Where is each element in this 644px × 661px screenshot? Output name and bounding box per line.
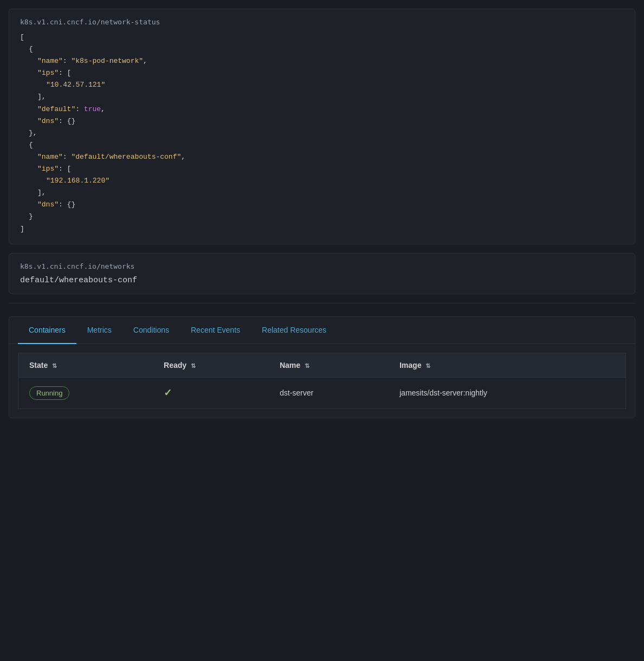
containers-table: State ⇅ Ready ⇅ Name ⇅ Image (18, 353, 626, 409)
tab-related-resources[interactable]: Related Resources (251, 317, 337, 344)
page-container: k8s.v1.cni.cncf.io/network-status [ { "n… (0, 9, 644, 418)
column-state[interactable]: State ⇅ (18, 353, 153, 377)
table-row[interactable]: Running ✓ dst-server jamesits/dst-server… (18, 377, 626, 409)
sort-ready-icon: ⇅ (191, 362, 196, 370)
column-image[interactable]: Image ⇅ (389, 353, 626, 377)
check-icon: ✓ (164, 387, 172, 398)
tab-conditions[interactable]: Conditions (123, 317, 180, 344)
column-name[interactable]: Name ⇅ (269, 353, 389, 377)
network-status-label: k8s.v1.cni.cncf.io/network-status (20, 18, 624, 26)
tab-recent-events[interactable]: Recent Events (180, 317, 251, 344)
sort-state-icon: ⇅ (52, 362, 57, 370)
sort-image-icon: ⇅ (426, 362, 430, 370)
table-container: State ⇅ Ready ⇅ Name ⇅ Image (9, 344, 635, 418)
networks-value: default/whereabouts-conf (20, 276, 624, 285)
network-status-code: [ { "name": "k8s-pod-network", "ips": [ … (20, 31, 624, 235)
cell-ready: ✓ (153, 377, 269, 409)
cell-name: dst-server (269, 377, 389, 409)
tab-containers[interactable]: Containers (18, 317, 76, 344)
networks-panel: k8s.v1.cni.cncf.io/networks default/wher… (9, 253, 635, 294)
cell-image: jamesits/dst-server:nightly (389, 377, 626, 409)
networks-label: k8s.v1.cni.cncf.io/networks (20, 262, 624, 270)
sort-name-icon: ⇅ (305, 362, 310, 370)
section-divider (9, 303, 635, 303)
network-status-panel: k8s.v1.cni.cncf.io/network-status [ { "n… (9, 9, 635, 244)
column-ready[interactable]: Ready ⇅ (153, 353, 269, 377)
tabs-section: Containers Metrics Conditions Recent Eve… (9, 316, 635, 418)
status-badge: Running (29, 386, 69, 400)
tabs-header: Containers Metrics Conditions Recent Eve… (9, 317, 635, 344)
cell-state: Running (18, 377, 153, 409)
table-header-row: State ⇅ Ready ⇅ Name ⇅ Image (18, 353, 626, 377)
tab-metrics[interactable]: Metrics (76, 317, 123, 344)
